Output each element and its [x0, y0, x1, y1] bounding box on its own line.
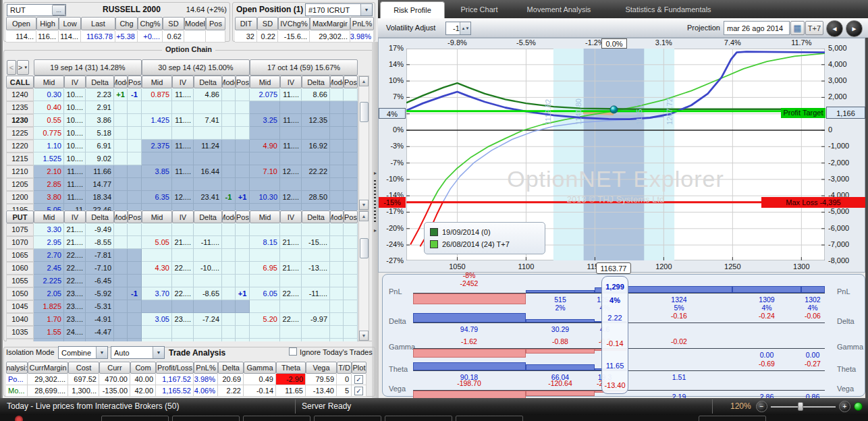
column-header[interactable]: Com [130, 362, 156, 374]
put-section-header[interactable]: PUT [6, 210, 34, 223]
mid-price-cell[interactable]: 5.05 [142, 236, 172, 249]
tab-price-chart[interactable]: Price Chart [448, 0, 510, 18]
tab-movement-analysis[interactable]: Movement Analysis [513, 0, 605, 18]
column-header[interactable]: Mid [250, 210, 280, 223]
volatility-adjust-stepper[interactable]: -1 ▲▼ [445, 22, 471, 35]
call-scroll-thumb[interactable] [360, 102, 369, 122]
mid-price-cell[interactable]: 6.35 [142, 191, 172, 204]
mid-price-cell[interactable]: 1.525 [34, 152, 64, 165]
mid-price-cell[interactable]: 3.70 [142, 287, 172, 300]
mid-price-cell[interactable]: 0.30 [34, 88, 64, 101]
splitter-grip[interactable] [374, 180, 376, 224]
column-header[interactable]: Mode [222, 76, 236, 88]
call-scrollbar[interactable]: ▲ ▼ [358, 76, 369, 210]
mid-price-cell[interactable] [142, 326, 172, 339]
column-header[interactable]: Pos [236, 76, 250, 88]
scroll-up-icon[interactable]: ▲ [359, 76, 369, 86]
column-header[interactable]: Delta [86, 76, 114, 88]
put-scrollbar[interactable]: ▲ ▼ [358, 210, 369, 341]
mid-price-cell[interactable]: 2.225 [34, 275, 64, 287]
mid-price-cell[interactable]: 10.30 [250, 191, 280, 204]
mid-price-cell[interactable] [250, 204, 280, 210]
put-scroll-thumb[interactable] [360, 238, 369, 258]
chain-next-button[interactable]: >▼ [17, 60, 29, 75]
mid-price-cell[interactable]: 3.30 [34, 223, 64, 236]
column-header[interactable]: Low [59, 17, 81, 30]
column-header[interactable]: Plot [352, 362, 367, 374]
column-header[interactable]: Mid [142, 210, 172, 223]
mid-price-cell[interactable]: 6.95 [250, 262, 280, 275]
mid-price-cell[interactable]: 0.40 [34, 101, 64, 114]
mid-price-cell[interactable]: 6.05 [250, 287, 280, 300]
column-header[interactable]: Pos [128, 76, 142, 88]
mid-price-cell[interactable] [250, 178, 280, 191]
column-header[interactable]: Delta [302, 76, 330, 88]
mid-price-cell[interactable] [250, 249, 280, 262]
column-header[interactable]: Curr [99, 362, 130, 374]
chevron-down-icon[interactable]: ▼ [153, 347, 164, 358]
column-header[interactable]: IV [64, 76, 86, 88]
column-header[interactable]: IV [280, 210, 302, 223]
spinner-arrows-icon[interactable]: ▲▼ [460, 22, 470, 34]
mid-price-cell[interactable] [250, 101, 280, 114]
column-header[interactable]: Delta [302, 210, 330, 223]
mid-price-cell[interactable]: 4.30 [142, 262, 172, 275]
next-day-button[interactable]: ► [846, 20, 863, 37]
chain-prev-button[interactable]: < [7, 60, 16, 75]
mid-price-cell[interactable] [250, 152, 280, 165]
mid-price-cell[interactable] [142, 204, 172, 210]
mid-price-cell[interactable]: 2.45 [34, 262, 64, 275]
column-header[interactable]: Cost [68, 362, 99, 374]
call-section-header[interactable]: CALL [6, 76, 34, 88]
scroll-down-icon[interactable]: ▼ [359, 331, 369, 341]
mid-price-cell[interactable] [250, 275, 280, 287]
mid-price-cell[interactable]: 0.875 [142, 88, 172, 101]
mid-price-cell[interactable]: 3.85 [142, 165, 172, 178]
column-header[interactable]: Open [6, 17, 36, 30]
zoom-slider-track[interactable] [771, 406, 836, 408]
column-header[interactable]: Delta [194, 210, 222, 223]
splitter-arrow-icon[interactable]: ▸ [374, 227, 377, 233]
column-header[interactable]: Mode [222, 210, 236, 223]
mid-price-cell[interactable]: 2.575 [142, 339, 172, 341]
column-header[interactable]: Mid [142, 76, 172, 88]
column-header[interactable]: Chg [115, 17, 138, 30]
mid-price-cell[interactable]: 2.70 [34, 249, 64, 262]
mid-price-cell[interactable]: 1.70 [34, 313, 64, 326]
mid-price-cell[interactable] [250, 223, 280, 236]
ignore-todays-trades-checkbox[interactable] [289, 347, 297, 356]
column-header[interactable]: PnL% [194, 362, 218, 374]
position-selector[interactable]: #170 ICRUT ▼ [305, 3, 373, 16]
mid-price-cell[interactable] [250, 127, 280, 140]
mid-price-cell[interactable] [142, 101, 172, 114]
column-header[interactable]: IV [172, 76, 194, 88]
mid-price-cell[interactable]: 2.10 [34, 165, 64, 178]
mid-price-cell[interactable] [142, 300, 172, 313]
column-header[interactable]: Mid [34, 76, 64, 88]
mid-price-cell[interactable]: 0.55 [34, 114, 64, 127]
column-header[interactable]: Delta [194, 76, 222, 88]
mid-price-cell[interactable]: 1.425 [142, 114, 172, 127]
column-header[interactable]: Pos [344, 210, 358, 223]
mid-price-cell[interactable]: 2.075 [250, 88, 280, 101]
taskbar-button[interactable] [699, 416, 766, 421]
mid-price-cell[interactable] [142, 178, 172, 191]
mid-price-cell[interactable]: 0.775 [34, 127, 64, 140]
expiry-header[interactable]: 30 sep 14 (42) 15.00% [142, 59, 250, 76]
mid-price-cell[interactable]: 3.25 [250, 114, 280, 127]
mid-price-cell[interactable]: 4.90 [250, 140, 280, 152]
column-header[interactable]: Pos [236, 210, 250, 223]
plot-checkbox[interactable]: ✓ [352, 385, 367, 397]
taskbar-button[interactable] [385, 416, 452, 421]
column-header[interactable]: Pos [206, 17, 225, 30]
scroll-up-icon[interactable]: ▲ [359, 211, 369, 221]
column-header[interactable]: CurrMargin [28, 362, 68, 374]
tab-risk-profile[interactable]: Risk Profile [380, 1, 445, 18]
mid-price-cell[interactable]: 2.375 [142, 140, 172, 152]
projection-date-field[interactable]: mar 26 ago 2014 [724, 21, 790, 35]
taskbar-button[interactable] [456, 416, 523, 421]
taskbar-button[interactable] [101, 416, 169, 421]
mid-price-cell[interactable]: 7.10 [250, 165, 280, 178]
zoom-in-icon[interactable]: + [839, 401, 850, 412]
mid-price-cell[interactable]: 5.20 [250, 313, 280, 326]
